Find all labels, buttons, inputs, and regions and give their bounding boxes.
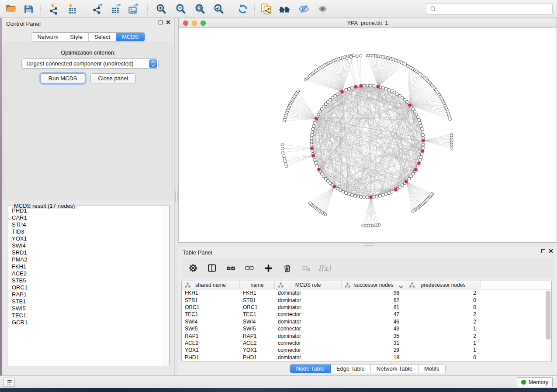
graph-node[interactable] <box>396 93 399 96</box>
mcds-result-item[interactable]: SWI5 <box>12 305 163 312</box>
graph-node[interactable] <box>308 202 311 205</box>
table-row[interactable]: SWI5SWI5connector431 <box>182 325 551 332</box>
graph-node[interactable] <box>369 84 372 87</box>
tab-edge-table[interactable]: Edge Table <box>331 364 371 373</box>
graph-node[interactable] <box>336 93 339 96</box>
graph-hub-node[interactable] <box>369 196 373 199</box>
column-header-predecessor-nodes[interactable]: predecessor nodes <box>406 281 481 289</box>
graph-node[interactable] <box>334 94 337 97</box>
graph-hub-node[interactable] <box>421 149 424 153</box>
network-canvas[interactable] <box>179 28 557 242</box>
graph-hub-node[interactable] <box>417 162 421 165</box>
graph-node[interactable] <box>347 87 350 90</box>
delete-table-icon[interactable] <box>300 262 311 274</box>
graph-node[interactable] <box>318 110 322 113</box>
graph-node[interactable] <box>336 187 339 190</box>
graph-node[interactable] <box>372 84 375 87</box>
tab-motifs[interactable]: Motifs <box>419 364 445 373</box>
graph-node[interactable] <box>422 146 425 149</box>
graph-node[interactable] <box>449 118 452 121</box>
graph-node[interactable] <box>310 140 313 143</box>
add-column-icon[interactable] <box>263 262 274 274</box>
graph-node[interactable] <box>322 105 325 108</box>
graph-node[interactable] <box>359 54 362 57</box>
graph-node[interactable] <box>381 86 384 89</box>
table-row[interactable]: ORC1ORC1dominator610 <box>182 304 551 311</box>
clone-network-icon[interactable] <box>259 2 273 16</box>
graph-node[interactable] <box>313 121 316 124</box>
graph-node[interactable] <box>420 124 423 127</box>
mcds-result-item[interactable]: ACE2 <box>12 270 163 277</box>
column-header-shared-name[interactable]: shared name <box>182 281 240 289</box>
graph-node[interactable] <box>349 55 353 58</box>
graph-node[interactable] <box>345 57 348 60</box>
network-graph[interactable] <box>179 28 557 242</box>
graph-node[interactable] <box>310 134 313 137</box>
import-table-icon[interactable] <box>64 2 79 16</box>
graph-hub-node[interactable] <box>405 180 408 183</box>
graph-node[interactable] <box>312 124 315 127</box>
graph-node[interactable] <box>347 193 350 196</box>
close-table-panel-icon[interactable]: ✕ <box>548 249 554 253</box>
graph-node[interactable] <box>366 196 369 199</box>
graph-node[interactable] <box>362 224 365 227</box>
table-row[interactable]: PHD1PHD1dominator180 <box>182 354 551 361</box>
column-visibility-icon[interactable] <box>206 262 218 274</box>
tab-select[interactable]: Select <box>89 33 116 41</box>
search-field[interactable] <box>426 3 553 15</box>
graph-node[interactable] <box>405 100 408 103</box>
graph-node[interactable] <box>360 196 363 199</box>
graph-node[interactable] <box>310 143 313 146</box>
graph-hub-node[interactable] <box>422 139 425 142</box>
mcds-result-item[interactable]: RAP1 <box>12 291 163 298</box>
graph-node[interactable] <box>310 137 313 140</box>
mcds-result-item[interactable]: SWI4 <box>12 242 163 249</box>
graph-hub-node[interactable] <box>414 168 418 171</box>
graph-node[interactable] <box>297 90 300 93</box>
graph-node[interactable] <box>352 54 355 57</box>
horizontal-splitter-handle[interactable] <box>364 243 374 246</box>
save-session-icon[interactable] <box>21 2 36 16</box>
window-maximize-icon[interactable] <box>201 21 206 26</box>
table-row[interactable]: RAP1RAP1dominator352 <box>182 332 551 339</box>
graph-node[interactable] <box>421 131 424 134</box>
graph-node[interactable] <box>410 175 413 178</box>
graph-node[interactable] <box>393 91 396 94</box>
graph-node[interactable] <box>314 162 317 165</box>
zoom-in-icon[interactable] <box>153 2 168 16</box>
mcds-result-item[interactable]: YOX1 <box>12 235 163 242</box>
horizontal-splitter[interactable] <box>178 243 557 247</box>
export-network-icon[interactable] <box>90 2 105 16</box>
graph-node[interactable] <box>350 86 353 89</box>
graph-hub-node[interactable] <box>311 154 315 158</box>
graph-hub-node[interactable] <box>354 85 357 89</box>
graph-node[interactable] <box>401 96 404 100</box>
graph-node[interactable] <box>311 127 315 131</box>
graph-hub-node[interactable] <box>310 147 314 150</box>
graph-node[interactable] <box>350 194 353 197</box>
graph-node[interactable] <box>311 131 314 134</box>
graph-hub-node[interactable] <box>332 185 336 188</box>
mcds-result-item[interactable]: ORC1 <box>12 284 163 291</box>
mcds-result-list[interactable]: PHD1CAR1STP4TID3YOX1SWI4SRD1PMA2FKH1ACE2… <box>9 207 163 365</box>
criterion-select[interactable]: largest connected component (undirected) <box>21 58 159 69</box>
select-all-columns-icon[interactable] <box>225 262 236 274</box>
hide-selected-icon[interactable] <box>296 2 311 16</box>
table-row[interactable]: FKH1FKH1dominator962 <box>182 289 551 296</box>
mcds-result-item[interactable]: PMA2 <box>12 256 163 263</box>
graph-node[interactable] <box>283 155 286 158</box>
graph-node[interactable] <box>390 190 393 193</box>
mcds-result-item[interactable]: STB5 <box>12 277 163 284</box>
graph-node[interactable] <box>313 158 316 162</box>
graph-node[interactable] <box>398 186 401 189</box>
search-input[interactable] <box>436 5 552 13</box>
graph-node[interactable] <box>317 113 320 116</box>
graph-node[interactable] <box>363 84 366 87</box>
tab-mcds[interactable]: MCDS <box>116 33 144 41</box>
graph-hub-node[interactable] <box>408 103 412 107</box>
run-mcds-button[interactable]: Run MCDS <box>41 73 85 83</box>
column-header-MCDS-role[interactable]: MCDS role <box>275 281 342 289</box>
column-header-name[interactable]: name <box>240 281 275 289</box>
mcds-result-item[interactable]: PHD1 <box>12 207 163 214</box>
deselect-all-columns-icon[interactable] <box>244 262 255 274</box>
